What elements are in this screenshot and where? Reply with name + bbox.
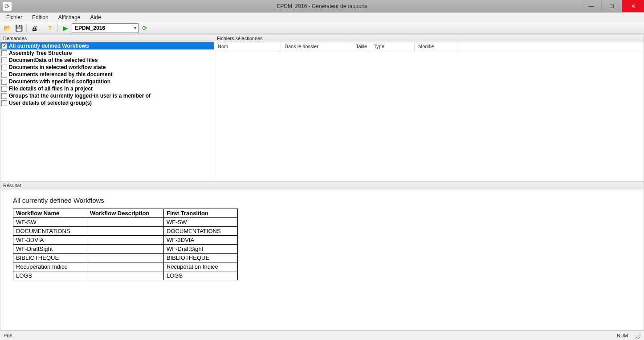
separator [42, 24, 42, 33]
table-header-row: Workflow Name Workflow Description First… [13, 209, 238, 218]
resize-grip[interactable] [633, 332, 640, 339]
demand-item[interactable]: Documents in selected workflow state [0, 64, 214, 71]
result-heading: All currently defined Workflows [13, 197, 631, 204]
minimize-button[interactable]: — [581, 0, 601, 12]
cell-trans: DOCUMENTATIONS [164, 227, 238, 236]
demand-label: All currently defined Workflows [9, 43, 89, 49]
demand-item[interactable]: Documents with specified configuration [0, 78, 214, 85]
col-workflow-name: Workflow Name [13, 209, 87, 218]
col-first-transition: First Transition [164, 209, 238, 218]
cell-name: WF-DraftSight [13, 245, 87, 254]
maximize-button[interactable]: ☐ [601, 0, 622, 12]
menu-help[interactable]: Aide [86, 13, 106, 21]
checkbox-icon[interactable] [1, 79, 7, 85]
separator [26, 24, 27, 33]
cell-name: BIBLIOTHEQUE [13, 254, 87, 262]
table-row: WF-SWWF-SW [13, 218, 238, 227]
refresh-button[interactable]: ⟳ [139, 23, 150, 33]
checkbox-icon[interactable] [1, 72, 7, 78]
vault-dropdown[interactable]: EPDM_2016 ▾ [72, 23, 139, 33]
demand-item[interactable]: DocumentData of the selected files [0, 57, 214, 64]
checkbox-icon[interactable] [1, 65, 7, 70]
window-title: EPDM_2016 - Générateur de rapports [0, 3, 644, 9]
content-area: Demandes ✓All currently defined Workflow… [0, 34, 644, 330]
cell-desc [87, 245, 164, 254]
cell-trans: WF-3DVIA [164, 236, 238, 245]
checkbox-icon[interactable]: ✓ [1, 43, 7, 49]
open-button[interactable]: 📂 [2, 23, 12, 33]
cell-trans: WF-DraftSight [164, 245, 238, 254]
table-row: DOCUMENTATIONSDOCUMENTATIONS [13, 227, 238, 236]
close-button[interactable]: ✕ [622, 0, 644, 12]
menu-view[interactable]: Affichage [54, 13, 85, 21]
workflow-table: Workflow Name Workflow Description First… [13, 209, 238, 280]
menu-edit[interactable]: Edition [28, 13, 53, 21]
result-panel: Résultat All currently defined Workflows… [0, 181, 644, 330]
play-icon: ▶ [63, 25, 68, 32]
window-controls: — ☐ ✕ [581, 0, 644, 12]
folder-open-icon: 📂 [4, 25, 11, 32]
app-icon: ⟳ [3, 2, 12, 11]
demand-label: DocumentData of the selected files [9, 57, 98, 63]
checkbox-icon[interactable] [1, 100, 7, 106]
files-panel: Fichiers sélectionnés Nom Dans le dossie… [214, 34, 644, 181]
col-size[interactable]: Taille [352, 42, 370, 52]
menu-file[interactable]: Fichier [2, 13, 27, 21]
status-right: NUM [617, 332, 640, 339]
separator [57, 24, 58, 33]
demands-panel: Demandes ✓All currently defined Workflow… [0, 34, 214, 181]
cell-desc [87, 262, 164, 271]
demands-list[interactable]: ✓All currently defined WorkflowsAssembly… [0, 42, 214, 181]
cell-name: Récupération Indice [13, 262, 87, 271]
demand-item[interactable]: ✓All currently defined Workflows [0, 42, 214, 49]
result-header: Résultat [0, 181, 644, 189]
print-button[interactable]: 🖨 [29, 23, 40, 33]
status-num: NUM [617, 333, 628, 338]
demand-item[interactable]: File details of all files in a project [0, 85, 214, 92]
checkbox-icon[interactable] [1, 86, 7, 92]
demand-label: Documents with specified configuration [9, 78, 110, 85]
files-empty-area [214, 52, 644, 181]
save-button[interactable]: 💾 [13, 23, 24, 33]
run-button[interactable]: ▶ [60, 23, 71, 33]
cell-name: WF-3DVIA [13, 236, 87, 245]
statusbar: Prêt NUM [0, 330, 644, 340]
demand-item[interactable]: Groups that the currently logged-in user… [0, 92, 214, 99]
cell-name: WF-SW [13, 218, 87, 227]
help-icon: ? [48, 25, 52, 32]
col-folder[interactable]: Dans le dossier [281, 42, 352, 52]
cell-trans: Récupération Indice [164, 262, 238, 271]
col-workflow-desc: Workflow Description [87, 209, 164, 218]
checkbox-icon[interactable] [1, 50, 7, 56]
demand-item[interactable]: User details of selected group(s) [0, 99, 214, 107]
titlebar: ⟳ EPDM_2016 - Générateur de rapports — ☐… [0, 0, 644, 12]
col-modified[interactable]: Modifié [415, 42, 459, 52]
help-button[interactable]: ? [45, 23, 55, 33]
table-row: LOGSLOGS [13, 271, 238, 280]
demand-label: Documents referenced by this document [9, 71, 113, 78]
cell-trans: LOGS [164, 271, 238, 280]
table-row: WF-3DVIAWF-3DVIA [13, 236, 238, 245]
status-ready: Prêt [4, 333, 12, 338]
col-name[interactable]: Nom [214, 42, 281, 52]
top-split: Demandes ✓All currently defined Workflow… [0, 34, 644, 181]
menubar: Fichier Edition Affichage Aide [0, 12, 644, 22]
demand-item[interactable]: Assembly Tree Structure [0, 49, 214, 57]
demand-label: User details of selected group(s) [9, 100, 92, 106]
col-type[interactable]: Type [370, 42, 415, 52]
save-icon: 💾 [15, 25, 23, 32]
checkbox-icon[interactable] [1, 57, 7, 63]
checkbox-icon[interactable] [1, 93, 7, 99]
cell-name: DOCUMENTATIONS [13, 227, 87, 236]
demand-label: Groups that the currently logged-in user… [9, 93, 151, 99]
refresh-icon: ⟳ [142, 25, 147, 32]
demand-label: Assembly Tree Structure [9, 50, 72, 56]
cell-trans: WF-SW [164, 218, 238, 227]
cell-trans: BIBLIOTHEQUE [164, 254, 238, 262]
demand-item[interactable]: Documents referenced by this document [0, 71, 214, 78]
files-column-headers: Nom Dans le dossier Taille Type Modifié [214, 42, 644, 52]
cell-desc [87, 227, 164, 236]
demand-label: File details of all files in a project [9, 86, 93, 92]
table-row: BIBLIOTHEQUEBIBLIOTHEQUE [13, 254, 238, 262]
files-header: Fichiers sélectionnés [214, 34, 644, 42]
